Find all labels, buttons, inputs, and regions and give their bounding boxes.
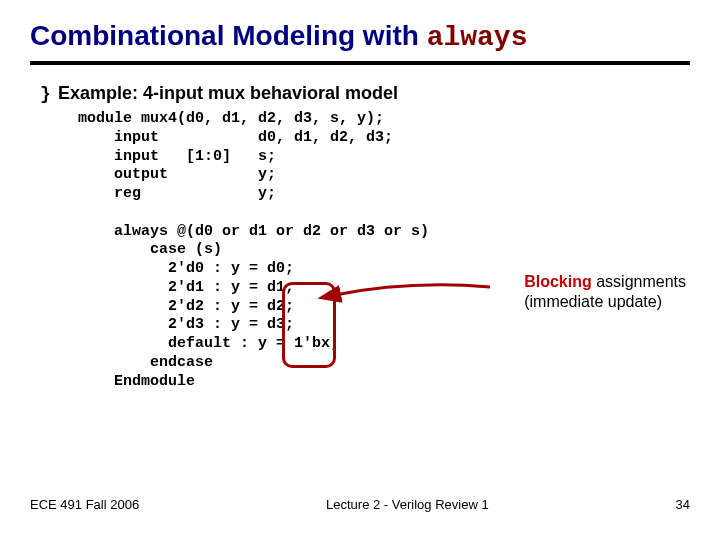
annotation-line2: (immediate update) [524,292,686,312]
footer-center: Lecture 2 - Verilog Review 1 [326,497,489,512]
title-underline [30,61,690,65]
title-text: Combinational Modeling with [30,20,427,51]
annotation-rest: assignments [592,273,686,290]
example-bullet: }Example: 4-input mux behavioral model [40,83,690,104]
annotation-red: Blocking [524,273,592,290]
footer-left: ECE 491 Fall 2006 [30,497,139,512]
slide-title: Combinational Modeling with always [30,20,690,53]
bullet-icon: } [40,84,58,104]
annotation-line1: Blocking assignments [524,272,686,292]
slide: Combinational Modeling with always }Exam… [0,0,720,540]
bullet-text: Example: 4-input mux behavioral model [58,83,398,103]
code-block: module mux4(d0, d1, d2, d3, s, y); input… [78,110,690,391]
title-keyword: always [427,22,528,53]
footer-right: 34 [676,497,690,512]
footer: ECE 491 Fall 2006 Lecture 2 - Verilog Re… [30,497,690,512]
annotation: Blocking assignments (immediate update) [524,272,686,312]
